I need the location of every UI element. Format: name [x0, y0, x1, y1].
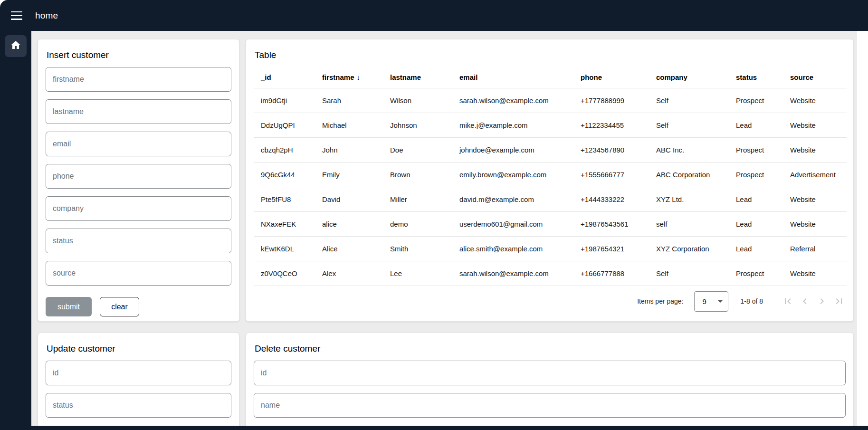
table-cell: Lead — [729, 211, 783, 236]
delete-customer-card: Delete customer — [246, 333, 854, 430]
company-input[interactable] — [46, 196, 231, 221]
table-cell: sarah.wilson@example.com — [452, 88, 573, 113]
table-cell: Johnson — [383, 113, 452, 137]
card-title: Insert customer — [47, 50, 231, 60]
table-cell: cbzqh2pH — [254, 137, 315, 162]
source-input[interactable] — [46, 261, 231, 286]
sidebar-item-home[interactable] — [5, 35, 27, 57]
table-cell: Emily — [315, 162, 383, 187]
window-bottom-edge — [31, 426, 868, 430]
column-header-lastname: lastname — [383, 67, 452, 88]
lastname-input[interactable] — [46, 99, 231, 124]
column-header-status: status — [729, 67, 783, 88]
customers-table: _id firstname↓ lastname email phone comp… — [254, 67, 847, 286]
last-page-button[interactable] — [832, 295, 846, 308]
table-cell: Brown — [383, 162, 452, 187]
table-cell: self — [649, 211, 729, 236]
table-cell: Self — [649, 113, 729, 137]
insert-customer-card: Insert customer submit clear — [38, 39, 239, 322]
table-cell: johndoe@example.com — [452, 137, 573, 162]
table-cell: Wilson — [383, 88, 452, 113]
first-page-button[interactable] — [781, 295, 794, 308]
phone-input[interactable] — [46, 164, 231, 189]
table-cell: NXaxeFEK — [254, 211, 315, 236]
table-cell: alice.smith@example.com — [452, 236, 573, 261]
update-id-input[interactable] — [46, 361, 231, 385]
table-cell: +1987654321 — [573, 236, 649, 261]
scrollbar[interactable] — [857, 31, 868, 430]
table-cell: kEwtK6DL — [254, 236, 315, 261]
button-row: submit clear — [46, 297, 231, 316]
table-cell: Prospect — [729, 261, 783, 286]
clear-button[interactable]: clear — [100, 297, 139, 316]
table-cell: +19876543561 — [573, 211, 649, 236]
table-cell: Sarah — [315, 88, 383, 113]
home-icon — [10, 39, 21, 53]
table-cell: david.m@example.com — [452, 187, 573, 211]
sort-desc-icon: ↓ — [357, 73, 361, 81]
table-row: 9Q6cGk44EmilyBrownemily.brown@example.co… — [254, 162, 847, 187]
chevron-down-icon — [718, 300, 723, 303]
delete-id-input[interactable] — [254, 361, 846, 385]
table-cell: +1444333222 — [573, 187, 649, 211]
table-cell: im9dGtji — [254, 88, 315, 113]
table-cell: Michael — [315, 113, 383, 137]
table-cell: Lead — [729, 187, 783, 211]
card-title: Update customer — [47, 344, 231, 354]
table-cell: Miller — [383, 187, 452, 211]
delete-name-input[interactable] — [254, 393, 846, 418]
main-content: Insert customer submit clear Table — [31, 31, 868, 430]
column-header-phone: phone — [573, 67, 649, 88]
page-size-select[interactable]: 9 — [694, 291, 728, 312]
column-header-id: _id — [254, 67, 315, 88]
table-cell: Lead — [729, 113, 783, 137]
table-cell: Self — [649, 88, 729, 113]
table-cell: +1234567890 — [573, 137, 649, 162]
table-row: NXaxeFEKalicedemouserdemo601@gmail.com+1… — [254, 211, 847, 236]
table-cell: ABC Inc. — [649, 137, 729, 162]
table-cell: +1555666777 — [573, 162, 649, 187]
menu-icon[interactable] — [11, 11, 22, 20]
previous-page-button[interactable] — [798, 295, 811, 308]
table-cell: Doe — [383, 137, 452, 162]
table-cell: Website — [783, 211, 847, 236]
update-status-input[interactable] — [46, 393, 231, 418]
card-title: Table — [255, 50, 846, 60]
table-cell: Advertisement — [783, 162, 847, 187]
table-cell: Prospect — [729, 162, 783, 187]
top-bar: home — [0, 0, 868, 31]
table-cell: +1666777888 — [573, 261, 649, 286]
table-row: cbzqh2pHJohnDoejohndoe@example.com+12345… — [254, 137, 847, 162]
table-cell: alice — [315, 211, 383, 236]
table-cell: Prospect — [729, 137, 783, 162]
table-cell: Smith — [383, 236, 452, 261]
status-input[interactable] — [46, 229, 231, 253]
app-window: home Insert customer submit clear — [0, 0, 868, 430]
table-cell: Website — [783, 261, 847, 286]
table-header-row: _id firstname↓ lastname email phone comp… — [254, 67, 847, 88]
table-cell: ABC Corporation — [649, 162, 729, 187]
table-cell: DdzUgQPI — [254, 113, 315, 137]
table-row: im9dGtjiSarahWilsonsarah.wilson@example.… — [254, 88, 847, 113]
table-cell: Website — [783, 88, 847, 113]
table-cell: John — [315, 137, 383, 162]
table-cell: Prospect — [729, 88, 783, 113]
column-header-email: email — [452, 67, 573, 88]
table-cell: Website — [783, 187, 847, 211]
table-cell: demo — [383, 211, 452, 236]
card-title: Delete customer — [255, 344, 846, 354]
next-page-button[interactable] — [815, 295, 829, 308]
table-cell: Alice — [315, 236, 383, 261]
email-input[interactable] — [46, 132, 231, 156]
update-customer-card: Update customer — [38, 333, 239, 430]
table-cell: Lead — [729, 236, 783, 261]
submit-button[interactable]: submit — [46, 297, 92, 316]
firstname-input[interactable] — [46, 67, 231, 92]
table-card: Table _id firstname↓ lastname email phon… — [246, 39, 854, 322]
column-header-source: source — [783, 67, 847, 88]
table-cell: Self — [649, 261, 729, 286]
table-cell: Referral — [783, 236, 847, 261]
column-header-firstname[interactable]: firstname↓ — [315, 67, 383, 88]
items-per-page-label: Items per page: — [637, 297, 683, 305]
table-cell: 9Q6cGk44 — [254, 162, 315, 187]
